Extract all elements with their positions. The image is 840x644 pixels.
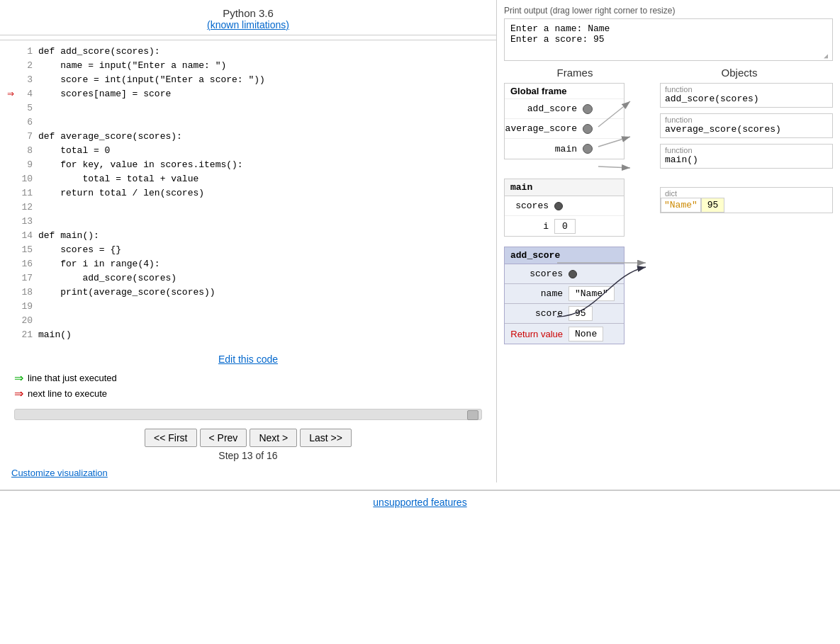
asf-scores-row: scores [505, 264, 624, 284]
code-line: 11 return total / len(scores) [0, 186, 496, 200]
line-code-text: print(average_score(scores)) [38, 286, 215, 300]
line-code-text: return total / len(scores) [38, 186, 204, 200]
global-main-dot [583, 144, 593, 154]
asf-scores-dot [569, 270, 577, 278]
global-main-name: main [505, 144, 583, 154]
line-number: 3 [18, 73, 38, 87]
line-code-text: total = total + value [38, 172, 198, 186]
next-button[interactable]: Next > [250, 429, 297, 447]
obj-average-score-type: function [661, 114, 832, 124]
known-limitations-link[interactable]: (known limitations) [207, 19, 289, 30]
objects-label: Objects [646, 67, 833, 79]
code-line: 5 [0, 101, 496, 115]
line-number: 21 [18, 328, 38, 342]
asf-name-val: "Name" [569, 286, 615, 301]
line-number: 5 [18, 101, 38, 115]
line-number: 8 [18, 144, 38, 158]
code-line: 7def average_score(scores): [0, 130, 496, 144]
main-frame: main scores i 0 [504, 179, 625, 237]
print-output-box: Enter a name: Name Enter a score: 95 ◢ [504, 18, 833, 61]
scrollbar-area [0, 405, 496, 424]
first-button[interactable]: << First [145, 429, 196, 447]
code-line: ⇒4 scores[name] = score [0, 87, 496, 101]
code-line: 6 [0, 115, 496, 130]
code-line: 20 [0, 314, 496, 328]
code-line: 9 for key, value in scores.items(): [0, 158, 496, 172]
asf-return-val: None [569, 327, 603, 341]
code-line: 15 scores = {} [0, 243, 496, 257]
line-code-text: for i in range(4): [38, 257, 160, 271]
nav-buttons: << First < Prev Next > Last >> [0, 424, 496, 450]
main-scores-dot [554, 202, 563, 210]
code-line: 2 name = input("Enter a name: ") [0, 59, 496, 73]
code-line: 21main() [0, 328, 496, 342]
global-add-score-name: add_score [505, 103, 583, 114]
code-line: 12 [0, 200, 496, 215]
main-frame-box: main scores i 0 [504, 173, 625, 237]
asf-return-row: Return value None [505, 324, 624, 344]
dict-row: "Name" 95 [661, 198, 832, 213]
step-info: Step 13 of 16 [0, 450, 496, 464]
edit-this-code-link[interactable]: Edit this code [218, 354, 278, 365]
scrollbar-track[interactable] [14, 409, 482, 420]
red-arrow-icon: ⇒ [14, 386, 23, 402]
line-number: 19 [18, 300, 38, 314]
legend: ⇒ line that just executed ⇒ next line to… [0, 368, 496, 405]
dict-box: dict "Name" 95 [660, 187, 833, 213]
main-frame-header: main [505, 179, 624, 196]
dict-area: dict "Name" 95 [625, 173, 833, 213]
line-number: 14 [18, 229, 38, 243]
asf-score-label: score [505, 308, 569, 319]
add-score-frame-row: add_score scores name "Name" [504, 241, 833, 344]
main-container: Python 3.6 (known limitations) 1def add_… [0, 0, 840, 644]
edit-link-container: Edit this code [0, 346, 496, 368]
legend-red-label: next line to execute [28, 386, 107, 402]
customize-link-container: Customize visualization [0, 464, 496, 482]
red-arrow-icon: ⇒ [7, 87, 14, 101]
line-number: 9 [18, 158, 38, 172]
frames-label: Frames [504, 67, 646, 79]
line-number: 16 [18, 257, 38, 271]
asf-name-row: name "Name" [505, 284, 624, 304]
main-scores-name: scores [505, 200, 554, 211]
prev-button[interactable]: < Prev [200, 429, 247, 447]
line-number: 20 [18, 314, 38, 328]
legend-red-item: ⇒ next line to execute [14, 386, 482, 402]
global-frame: Global frame add_score average_score [504, 83, 625, 159]
resize-handle-icon[interactable]: ◢ [824, 52, 831, 59]
unsupported-features-link[interactable]: unsupported features [373, 497, 466, 508]
print-output-label: Print output (drag lower right corner to… [504, 6, 833, 16]
line-code-text: total = 0 [38, 144, 110, 158]
line-code-text: scores = {} [38, 243, 121, 257]
main-frame-row: main scores i 0 [504, 173, 833, 237]
main-scores-row: scores [505, 196, 624, 216]
line-number: 7 [18, 130, 38, 144]
line-number: 10 [18, 172, 38, 186]
asf-name-label: name [505, 288, 569, 299]
line-number: 15 [18, 243, 38, 257]
code-line: 10 total = total + value [0, 172, 496, 186]
obj-main-function: function main() [660, 144, 833, 169]
obj-add-score-function: function add_score(scores) [660, 83, 833, 108]
global-average-score-dot [583, 124, 593, 134]
global-frame-box: Global frame add_score average_score [504, 83, 625, 169]
global-frame-row-average-score: average_score [505, 119, 624, 139]
dict-val: 95 [701, 198, 725, 213]
scrollbar-thumb[interactable] [467, 410, 478, 420]
line-code-text: for key, value in scores.items(): [38, 158, 243, 172]
obj-add-score-type: function [661, 84, 832, 94]
asf-return-label: Return value [505, 329, 569, 339]
global-objects-col: function add_score(scores) function aver… [625, 83, 833, 169]
print-output-section: Print output (drag lower right corner to… [504, 6, 833, 61]
main-i-row: i 0 [505, 216, 624, 236]
code-line: 16 for i in range(4): [0, 257, 496, 271]
add-score-frame: add_score scores name "Name" [504, 247, 625, 344]
code-line: 13 [0, 215, 496, 229]
last-button[interactable]: Last >> [300, 429, 352, 447]
line-number: 12 [18, 200, 38, 215]
dict-type-label: dict [661, 188, 832, 198]
main-i-name: i [505, 221, 554, 232]
customize-visualization-link[interactable]: Customize visualization [11, 468, 108, 478]
legend-green-item: ⇒ line that just executed [14, 371, 482, 386]
asf-score-val: 95 [569, 306, 593, 321]
